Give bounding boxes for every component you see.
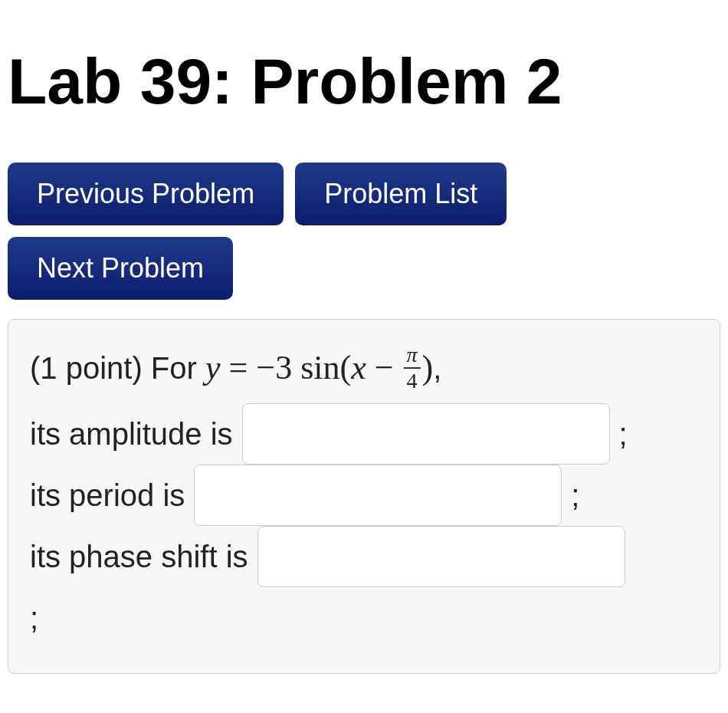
page-title: Lab 39: Problem 2 <box>8 46 720 117</box>
amplitude-input[interactable] <box>242 403 610 465</box>
amplitude-semicolon: ; <box>619 403 628 465</box>
amplitude-line: its amplitude is ; <box>30 403 698 465</box>
phase-label: its phase shift is <box>30 526 248 587</box>
problem-list-button[interactable]: Problem List <box>295 163 507 225</box>
problem-equation-line: (1 point) For y = −3 sin(x − π 4 ), <box>30 341 698 395</box>
nav-button-row: Previous Problem Problem List Next Probl… <box>8 163 720 300</box>
phase-input[interactable] <box>257 526 625 587</box>
fraction-pi-over-4: π 4 <box>404 344 421 392</box>
phase-semicolon-line: ; <box>30 587 698 649</box>
next-problem-button[interactable]: Next Problem <box>8 237 233 300</box>
period-semicolon: ; <box>571 465 579 526</box>
equation-math: y = −3 sin(x − π 4 ) <box>205 349 433 386</box>
phase-line: its phase shift is <box>30 526 698 587</box>
equation-comma: , <box>433 351 441 385</box>
points-prefix: (1 point) For <box>30 351 205 385</box>
previous-problem-button[interactable]: Previous Problem <box>8 163 284 225</box>
period-line: its period is ; <box>30 465 698 526</box>
problem-box: (1 point) For y = −3 sin(x − π 4 ), its … <box>8 319 720 673</box>
period-input[interactable] <box>194 465 562 526</box>
amplitude-label: its amplitude is <box>30 403 233 465</box>
phase-semicolon: ; <box>30 587 38 649</box>
period-label: its period is <box>30 465 185 526</box>
